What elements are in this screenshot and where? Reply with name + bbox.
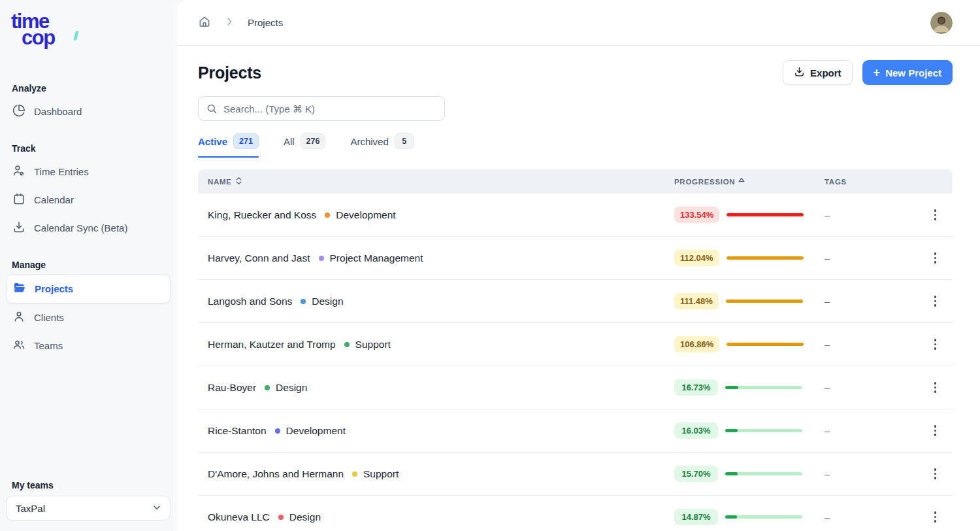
project-color-dot [301, 299, 306, 304]
project-category: Support [363, 468, 399, 480]
sidebar-section-manage: Manage Projects Clients Teams [6, 260, 171, 360]
tags-value: – [825, 511, 918, 522]
plus-icon: + [874, 67, 881, 78]
row-menu-kebab-icon[interactable] [930, 421, 941, 440]
sort-both-icon [235, 177, 242, 186]
home-icon[interactable] [198, 15, 211, 31]
project-name[interactable]: D'Amore, Johns and Hermann [208, 468, 344, 480]
column-header-name[interactable]: Name [198, 177, 674, 186]
download-sync-icon [12, 220, 25, 235]
section-title-manage: Manage [12, 260, 171, 270]
chevron-down-icon [152, 502, 162, 515]
progression-bar-fill [726, 300, 803, 303]
tab-archived[interactable]: Archived 5 [350, 133, 414, 158]
project-category: Development [286, 425, 346, 437]
sidebar-item-projects[interactable]: Projects [6, 274, 171, 303]
table-header: Name Progression Tags [198, 169, 953, 194]
project-color-dot [325, 213, 330, 218]
sidebar-item-calendar[interactable]: Calendar [6, 186, 171, 214]
progression-bar-fill [727, 256, 804, 260]
sidebar-item-label: Projects [35, 283, 73, 294]
column-header-progression[interactable]: Progression [674, 178, 825, 186]
progression-bar-fill [725, 515, 737, 519]
timecop-logo[interactable]: time cop [11, 13, 83, 46]
sidebar-item-teams[interactable]: Teams [6, 332, 171, 360]
breadcrumb: Projects [198, 15, 283, 31]
section-title-track: Track [12, 143, 171, 154]
row-menu-kebab-icon[interactable] [930, 464, 941, 483]
progression-bar [726, 300, 803, 303]
folder-open-icon [13, 281, 26, 296]
search-input[interactable] [198, 96, 445, 121]
progression-bar [725, 386, 802, 389]
project-name[interactable]: Harvey, Conn and Jast [208, 252, 310, 264]
tab-label: All [284, 136, 295, 147]
sidebar-item-dashboard[interactable]: Dashboard [6, 97, 171, 126]
progression-badge: 15.70% [674, 466, 718, 482]
row-menu-kebab-icon[interactable] [930, 205, 941, 224]
progression-bar [725, 429, 802, 432]
row-menu-kebab-icon[interactable] [930, 378, 941, 397]
new-project-button[interactable]: + New Project [862, 60, 953, 85]
export-button[interactable]: Export [783, 60, 853, 85]
progression-badge: 16.73% [674, 379, 718, 396]
progression-bar-fill [725, 386, 738, 389]
project-color-dot [265, 385, 270, 390]
project-color-dot [278, 515, 284, 520]
progression-badge: 106.86% [674, 336, 719, 352]
tab-active[interactable]: Active 271 [198, 133, 259, 158]
sidebar: time cop Analyze Dashboard Track Time En… [0, 0, 176, 531]
project-category: Development [336, 209, 395, 221]
progression-bar-fill [725, 429, 738, 432]
project-category: Design [312, 296, 343, 307]
row-menu-kebab-icon[interactable] [930, 248, 941, 267]
export-download-icon [794, 66, 805, 79]
project-name[interactable]: Rau-Boyer [208, 382, 256, 394]
sidebar-item-time-entries[interactable]: Time Entries [6, 158, 171, 186]
sidebar-item-calendar-sync[interactable]: Calendar Sync (Beta) [6, 214, 171, 242]
progression-bar [725, 472, 802, 475]
sidebar-section-track: Track Time Entries Calendar Calendar Syn… [6, 143, 171, 242]
project-color-dot [344, 342, 350, 347]
tabs: Active 271 All 276 Archived 5 [198, 133, 953, 158]
tags-value: – [825, 425, 918, 436]
project-name[interactable]: Langosh and Sons [208, 296, 292, 307]
team-select[interactable]: TaxPal [6, 496, 171, 521]
progression-bar [725, 515, 802, 519]
project-category: Design [276, 382, 307, 394]
tags-value: – [825, 209, 918, 220]
row-menu-kebab-icon[interactable] [930, 292, 941, 311]
user-avatar[interactable] [930, 12, 953, 34]
sidebar-item-label: Clients [34, 312, 64, 323]
column-label: Progression [674, 178, 735, 186]
search-container [198, 96, 445, 121]
tab-count-badge: 271 [233, 133, 259, 149]
project-name[interactable]: Herman, Kautzer and Tromp [208, 339, 336, 351]
projects-table: Name Progression Tags [198, 169, 953, 531]
projects-page: Projects Export + New Project [176, 46, 980, 531]
progression-badge: 112.04% [674, 250, 719, 266]
table-row: Rice-Stanton Development 16.03% – [198, 409, 953, 453]
project-name[interactable]: Okuneva LLC [208, 511, 270, 523]
topbar: Projects [176, 0, 980, 46]
project-name[interactable]: Rice-Stanton [208, 425, 267, 437]
sidebar-item-clients[interactable]: Clients [6, 303, 171, 332]
sidebar-item-label: Calendar [34, 194, 74, 205]
users-icon [12, 338, 25, 353]
progression-bar-fill [727, 213, 804, 216]
sort-asc-icon [738, 176, 745, 184]
column-label: Tags [825, 178, 847, 186]
chevron-right-icon [224, 16, 235, 29]
row-menu-kebab-icon[interactable] [930, 507, 941, 526]
sidebar-item-label: Dashboard [34, 106, 82, 117]
table-row: Herman, Kautzer and Tromp Support 106.86… [198, 323, 953, 366]
table-row: Langosh and Sons Design 111.48% – [198, 280, 953, 323]
tab-all[interactable]: All 276 [284, 133, 326, 158]
row-menu-kebab-icon[interactable] [930, 335, 941, 354]
project-color-dot [352, 471, 357, 477]
tab-count-badge: 5 [395, 133, 414, 149]
project-name[interactable]: King, Ruecker and Koss [208, 209, 316, 221]
user-icon [12, 310, 25, 325]
project-category: Design [289, 511, 321, 523]
app-window: time cop Analyze Dashboard Track Time En… [0, 0, 980, 531]
